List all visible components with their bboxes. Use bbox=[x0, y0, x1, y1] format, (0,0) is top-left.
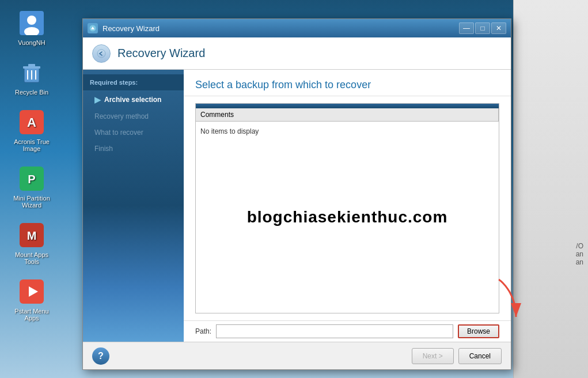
acronis-icon: A bbox=[18, 108, 45, 136]
help-button[interactable]: ? bbox=[92, 347, 109, 365]
path-label: Path: bbox=[195, 327, 211, 335]
no-items-text: No items to display bbox=[200, 126, 494, 137]
window-icon bbox=[88, 23, 98, 33]
table-header-bar bbox=[196, 104, 499, 108]
close-button[interactable]: ✕ bbox=[491, 22, 506, 34]
sidebar-item-recovery-method: Recovery method bbox=[83, 108, 184, 124]
sidebar-item-finish: Finish bbox=[83, 141, 184, 157]
window-footer: ? Next > Cancel bbox=[83, 342, 511, 369]
sidebar-label-recovery-method: Recovery method bbox=[94, 112, 149, 120]
next-button[interactable]: Next > bbox=[412, 348, 454, 364]
pstart-icon bbox=[18, 278, 45, 305]
svg-point-18 bbox=[97, 50, 105, 58]
mini-partition-icon: P bbox=[18, 165, 45, 192]
footer-right: Next > Cancel bbox=[412, 348, 502, 364]
window-header: Recovery Wizard bbox=[83, 37, 511, 70]
table-columns: Comments bbox=[196, 108, 499, 122]
background-window: /Oanan bbox=[513, 0, 588, 378]
content-header: Select a backup from which to recover bbox=[184, 70, 511, 96]
content-area: Select a backup from which to recover Co… bbox=[184, 70, 511, 342]
browse-button[interactable]: Browse bbox=[458, 324, 499, 338]
active-arrow-icon: ▶ bbox=[94, 95, 101, 104]
mount-apps-icon: M bbox=[18, 221, 45, 249]
back-button[interactable] bbox=[92, 44, 111, 63]
required-steps-label: Required steps: bbox=[83, 74, 184, 91]
window-header-title: Recovery Wizard bbox=[117, 47, 205, 60]
svg-rect-5 bbox=[28, 64, 35, 67]
desktop-icon-acronis[interactable]: A Acronis True Image bbox=[6, 105, 58, 156]
acronis-label: Acronis True Image bbox=[8, 138, 55, 152]
sidebar-label-finish: Finish bbox=[94, 145, 113, 153]
vuongnh-label: VuongNH bbox=[18, 39, 45, 46]
title-bar-buttons: — □ ✕ bbox=[459, 22, 506, 34]
path-row: Path: Browse bbox=[184, 320, 511, 342]
desktop-icon-recycle-bin[interactable]: Recycle Bin bbox=[6, 55, 58, 99]
sidebar: Required steps: ▶ Archive selection Reco… bbox=[83, 70, 184, 342]
sidebar-item-archive-selection[interactable]: ▶ Archive selection bbox=[83, 91, 184, 108]
svg-text:A: A bbox=[27, 115, 36, 130]
recycle-bin-icon bbox=[18, 59, 45, 86]
svg-text:P: P bbox=[28, 173, 35, 186]
sidebar-label-what-to-recover: What to recover bbox=[94, 128, 143, 137]
recycle-bin-label: Recycle Bin bbox=[15, 89, 48, 96]
svg-point-1 bbox=[27, 16, 36, 25]
table-body: No items to display blogchiasekienthuc.c… bbox=[196, 122, 499, 313]
mount-apps-label: Mount Apps Tools bbox=[8, 251, 55, 265]
svg-text:M: M bbox=[27, 229, 37, 242]
maximize-button[interactable]: □ bbox=[475, 22, 490, 34]
watermark-text: blogchiasekienthuc.com bbox=[247, 208, 448, 226]
content-title: Select a backup from which to recover bbox=[195, 79, 371, 90]
desktop-icon-vuongnh[interactable]: VuongNH bbox=[6, 6, 58, 50]
pstart-label: Pstart Menu Apps bbox=[8, 308, 55, 322]
sidebar-item-what-to-recover: What to recover bbox=[83, 124, 184, 141]
window-body: Required steps: ▶ Archive selection Reco… bbox=[83, 70, 511, 342]
sidebar-label-archive: Archive selection bbox=[104, 96, 161, 104]
bg-text: /Oanan bbox=[576, 242, 583, 266]
cancel-button[interactable]: Cancel bbox=[458, 348, 502, 364]
vuongnh-icon bbox=[18, 9, 45, 37]
title-bar-text: Recovery Wizard bbox=[103, 24, 454, 33]
footer-left: ? bbox=[92, 347, 109, 365]
desktop: VuongNH Recycle Bin A Acronis True Image bbox=[0, 0, 63, 378]
title-bar: Recovery Wizard — □ ✕ bbox=[83, 19, 511, 37]
desktop-icon-mini-partition[interactable]: P Mini Partition Wizard bbox=[6, 161, 58, 212]
minimize-button[interactable]: — bbox=[459, 22, 474, 34]
comments-column-header: Comments bbox=[196, 108, 499, 121]
path-input[interactable] bbox=[216, 324, 453, 338]
backup-table: Comments No items to display blogchiasek… bbox=[195, 103, 499, 313]
desktop-icon-mount-apps[interactable]: M Mount Apps Tools bbox=[6, 218, 58, 269]
desktop-icon-pstart[interactable]: Pstart Menu Apps bbox=[6, 274, 58, 325]
mini-partition-label: Mini Partition Wizard bbox=[8, 195, 55, 209]
recovery-wizard-window: Recovery Wizard — □ ✕ Recovery Wizard Re… bbox=[82, 18, 511, 370]
